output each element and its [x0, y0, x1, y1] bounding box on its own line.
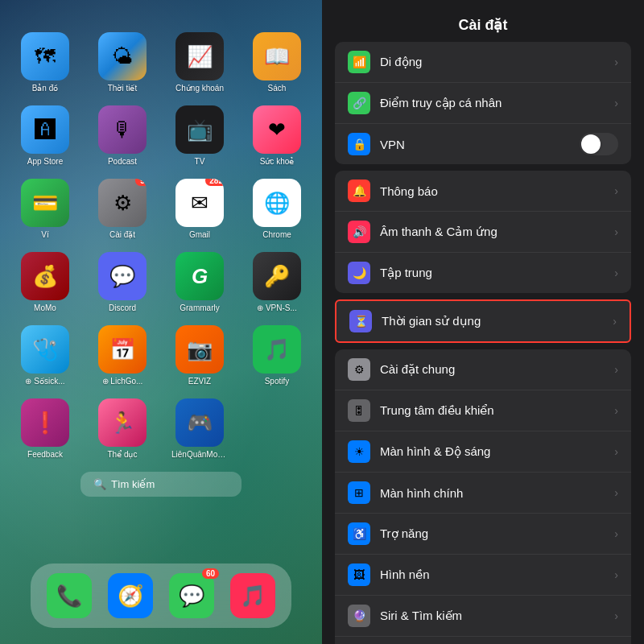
chevron-notifications: › [614, 184, 618, 197]
label-accessibility: Trợ năng [380, 526, 614, 541]
app-icon-settings[interactable]: 5 ⚙ Cài đặt [90, 179, 155, 239]
app-img-gmail: 282 ✉ [175, 179, 224, 227]
app-icon-spotify[interactable]: 🎵 Spotify [245, 325, 309, 386]
chevron-control: › [614, 404, 618, 417]
icon-general: ⚙ [348, 358, 370, 381]
label-wallpaper: Hình nền [380, 568, 614, 582]
app-icon-theduct[interactable]: 🏃 Thể dục [90, 398, 155, 459]
app-img-vpns: 🔑 [253, 252, 301, 300]
icon-control: 🎛 [348, 399, 370, 422]
app-label-ezviz: EZVIZ [171, 377, 228, 386]
settings-row-display[interactable]: ☀ Màn hình & Độ sáng › [335, 431, 631, 473]
app-icon-vpns[interactable]: 🔑 ⊕ VPN-S... [245, 252, 309, 312]
app-icon-feedback[interactable]: ❗ Feedback [13, 398, 77, 459]
dock-icon-music[interactable]: 🎵 [230, 573, 275, 618]
label-display: Màn hình & Độ sáng [380, 444, 614, 459]
settings-row-control[interactable]: 🎛 Trung tâm điều khiển › [335, 390, 631, 431]
app-icon-discord[interactable]: 💬 Discord [90, 252, 155, 312]
chevron-personal: › [614, 97, 618, 109]
settings-row-personal[interactable]: 🔗 Điểm truy cập cá nhân › [335, 83, 631, 124]
app-icon-maps[interactable]: 🗺 Bản đồ [13, 32, 77, 93]
label-control: Trung tâm điều khiển [380, 403, 614, 418]
search-icon: 🔍 [93, 478, 106, 490]
app-img-health: ❤ [253, 105, 301, 154]
app-icon-podcast[interactable]: 🎙 Podcast [90, 105, 155, 166]
icon-sound: 🔊 [348, 221, 370, 243]
settings-section-0: 🔔 Thông báo › 🔊 Âm thanh & Cảm ứng › 🌙 T… [335, 171, 631, 293]
app-icon-chrome[interactable]: 🌐 Chrome [245, 179, 309, 239]
settings-row-wallpaper[interactable]: 🖼 Hình nền › [335, 555, 631, 596]
app-icon-stocks[interactable]: 📈 Chứng khoán [167, 32, 232, 93]
icon-homescreen: ⊞ [348, 481, 370, 504]
settings-row-sound[interactable]: 🔊 Âm thanh & Cảm ứng › [335, 212, 631, 253]
app-img-chrome: 🌐 [253, 179, 301, 227]
app-icon-momo[interactable]: 💰 MoMo [13, 252, 77, 312]
icon-vpn: 🔒 [348, 133, 370, 155]
app-img-lichgo: 📅 [98, 325, 147, 374]
label-vpn: VPN [380, 138, 580, 151]
settings-row-accessibility[interactable]: ♿ Trợ năng › [335, 514, 631, 555]
settings-row-vpn[interactable]: 🔒 VPN [335, 124, 631, 164]
app-icon-ezviz[interactable]: 📷 EZVIZ [167, 325, 232, 386]
app-img-appstore: 🅰 [21, 105, 69, 154]
chevron-screentime: › [613, 315, 617, 328]
settings-row-mobile[interactable]: 📶 Di động › [335, 42, 631, 83]
icon-mobile: 📶 [348, 51, 370, 73]
app-grid: 🗺 Bản đồ 🌤 Thời tiết 📈 Chứng khoán 📖 Sác… [0, 16, 322, 459]
app-icon-appstore[interactable]: 🅰 App Store [13, 105, 77, 166]
search-bar[interactable]: 🔍 Tìm kiếm [80, 472, 242, 497]
app-icon-lienquan[interactable]: 🎮 LiênQuânMobile [167, 398, 232, 459]
label-homescreen: Màn hình chính [380, 486, 614, 500]
app-icon-health[interactable]: ❤ Sức khoẻ [245, 105, 309, 166]
label-general: Cài đặt chung [380, 362, 614, 377]
dock-icon-safari[interactable]: 🧭 [108, 573, 153, 618]
app-label-appstore: App Store [17, 157, 73, 166]
settings-section-top: 📶 Di động › 🔗 Điểm truy cập cá nhân › 🔒 … [335, 42, 631, 164]
app-img-discord: 💬 [98, 252, 147, 300]
app-label-spotify: Spotify [249, 377, 305, 386]
settings-row-homescreen[interactable]: ⊞ Màn hình chính › [335, 473, 631, 514]
app-icon-weather[interactable]: 🌤 Thời tiết [90, 32, 155, 93]
settings-row-general[interactable]: ⚙ Cài đặt chung › [335, 349, 631, 390]
app-img-maps: 🗺 [21, 32, 69, 80]
app-icon-lichgo[interactable]: 📅 ⊕ LichGo... [90, 325, 155, 386]
icon-wallpaper: 🖼 [348, 564, 370, 586]
app-img-sosick: 🩺 [21, 325, 69, 374]
app-img-wallet: 💳 [21, 179, 69, 227]
app-img-lienquan: 🎮 [175, 398, 224, 447]
label-personal: Điểm truy cập cá nhân [380, 96, 614, 110]
settings-panel: Cài đặt 📶 Di động › 🔗 Điểm truy cập cá n… [322, 0, 644, 644]
settings-row-screentime[interactable]: ⏳ Thời gian sử dụng › [336, 301, 630, 341]
settings-row-faceid[interactable]: 👤 Face ID & Mật mã › [335, 637, 631, 644]
label-focus: Tập trung [380, 266, 614, 280]
settings-row-siri[interactable]: 🔮 Siri & Tìm kiếm › [335, 596, 631, 637]
label-sound: Âm thanh & Cảm ứng [380, 225, 614, 239]
app-img-spotify: 🎵 [253, 325, 301, 374]
chevron-wallpaper: › [614, 568, 618, 581]
home-screen: 🗺 Bản đồ 🌤 Thời tiết 📈 Chứng khoán 📖 Sác… [0, 0, 322, 644]
app-icon-gmail[interactable]: 282 ✉ Gmail [167, 179, 232, 239]
app-img-momo: 💰 [21, 252, 69, 300]
icon-focus: 🌙 [348, 262, 370, 284]
app-icon-books[interactable]: 📖 Sách [245, 32, 309, 93]
app-icon-sosick[interactable]: 🩺 ⊕ Sốsick... [13, 325, 77, 386]
app-icon-appletv[interactable]: 📺 TV [167, 105, 232, 166]
app-label-stocks: Chứng khoán [171, 84, 228, 93]
app-img-settings: 5 ⚙ [98, 179, 147, 227]
app-label-grammarly: Grammarly [171, 303, 228, 312]
dock-icon-phone[interactable]: 📞 [47, 573, 92, 618]
chevron-sound: › [614, 225, 618, 238]
app-label-theduct: Thể dục [94, 450, 151, 459]
settings-row-focus[interactable]: 🌙 Tập trung › [335, 253, 631, 293]
app-label-health: Sức khoẻ [249, 157, 305, 166]
app-label-podcast: Podcast [94, 157, 151, 166]
app-icon-wallet[interactable]: 💳 Ví [13, 179, 77, 239]
dock-icon-messages[interactable]: 60💬 [169, 573, 214, 618]
icon-personal: 🔗 [348, 92, 370, 114]
app-img-podcast: 🎙 [98, 105, 147, 154]
app-img-stocks: 📈 [175, 32, 224, 80]
app-icon-grammarly[interactable]: G Grammarly [167, 252, 232, 312]
toggle-vpn[interactable] [580, 133, 618, 155]
settings-row-notifications[interactable]: 🔔 Thông báo › [335, 171, 631, 212]
app-label-lichgo: ⊕ LichGo... [94, 377, 151, 386]
